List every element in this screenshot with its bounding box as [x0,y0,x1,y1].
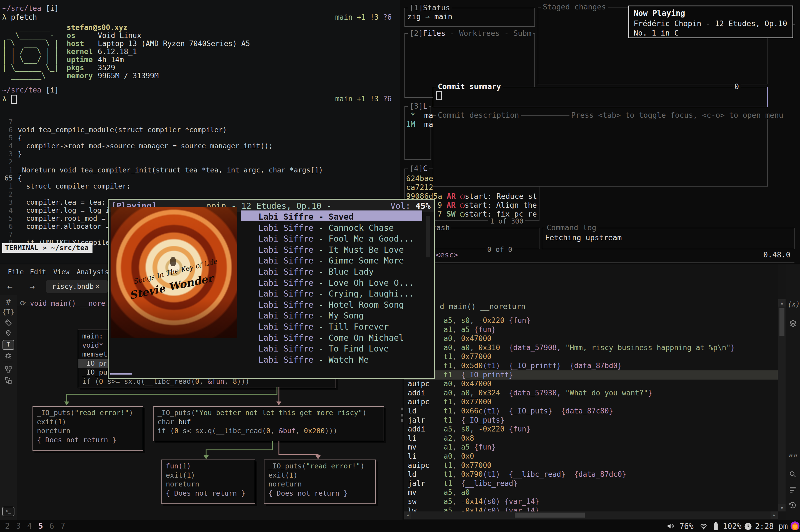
playlist-item[interactable]: Labi Siffre - Saved [258,212,354,223]
workspace-4[interactable]: 4 [27,521,32,531]
player-progress-bar[interactable] [110,373,132,375]
graph-node[interactable]: fun(1)exit(1)noreturn{ Does not return } [161,459,255,504]
tray-app-icon[interactable] [790,521,799,530]
hierarchy-icon[interactable] [0,365,17,375]
playlist-item[interactable]: Labi Siffre - Gimme Some More [258,256,404,266]
tab-close-icon[interactable]: ✕ [95,282,99,290]
scroll-left-icon[interactable]: ◂ [404,511,411,519]
disasm-row[interactable]: swa5, -0x14(s0) {var_14} [404,497,778,506]
music-player-window[interactable]: [Playing] opin - 12 Etudes, Op.10 - Vol:… [108,199,435,379]
types-icon[interactable]: {T} [0,308,17,316]
scroll-right-icon[interactable]: ▸ [770,511,778,519]
playlist-item[interactable]: Labi Siffre - Blue Lady [258,267,374,278]
debugger-bug-icon[interactable] [0,352,17,361]
disasm-row[interactable]: mva1, a5 {fun} [404,442,778,452]
workspace-7[interactable]: 7 [60,521,65,531]
disasm-row[interactable]: lia2, 0x8 [404,434,778,443]
disasm-row[interactable]: lia0, 0x0 [404,452,778,461]
now-playing-notification[interactable]: Now Playing Frédéric Chopin - 12 Etudes,… [628,5,793,38]
workspace-6[interactable]: 6 [50,521,54,531]
horizontal-scrollbar[interactable]: ◂ ▸ [404,511,778,519]
nav-back-icon[interactable]: ← [7,282,13,291]
scrollbar-thumb[interactable] [779,308,784,336]
disasm-row[interactable]: a5, s0, -0x220 {fun} [404,316,778,325]
notification-title: Now Playing [634,8,685,18]
git-commit-summary-input[interactable]: Commit summary 0 [433,87,768,107]
breadcrumb[interactable]: ⟳ void main() __nore [20,299,105,307]
disasm-row[interactable]: auipca0, 0x47000 [404,379,778,388]
commit-row[interactable]: ca7212 [406,183,433,192]
workspace-2[interactable]: 2 [5,521,10,531]
commit-row[interactable]: 9 AR ◯start: Align the [438,201,537,209]
nav-forward-icon[interactable]: → [30,282,35,291]
graph-node[interactable]: _IO_puts("read error!")exit(1)noreturn{ … [264,459,376,504]
history-icon[interactable] [788,501,797,511]
playlist-item[interactable]: Labi Siffre - Crying, Laughi... [258,289,414,299]
location-icon[interactable] [0,329,17,339]
disasm-row[interactable]: a0, a0, 0x310 {data_57908, "Hmm, riscy b… [404,343,778,353]
disasm-row[interactable]: ldt1, 0x790(t1) {__libc_read} {data_87dc… [404,470,778,479]
clock-time: 2:28 pm [755,522,788,531]
playlist-item[interactable]: Labi Siffre - Love Oh Love O... [258,278,414,288]
code-line: 6void tea_compile_module(struct compiler… [0,126,323,134]
disasm-row[interactable]: jalrt1 {__libc_read} [404,479,778,488]
disasm-row[interactable]: auipct1, 0x77000 [404,397,778,406]
playlist-item[interactable]: Labi Siffre - Cannock Chase [258,223,394,233]
variables-icon[interactable]: (x) [788,300,800,308]
vertical-scrollbar[interactable]: ▲ ▼ [778,299,785,511]
tab-riscy-bndb[interactable]: riscy.bndb✕ [46,280,108,293]
playlist-item[interactable]: Labi Siffre - It Must Be Love [258,245,404,255]
workspace-5[interactable]: 5 [38,521,43,531]
player-scrollbar-thumb[interactable] [426,216,430,258]
console-icon[interactable]: >_ [0,507,17,516]
tag-icon[interactable] [0,319,17,328]
search-icon[interactable] [789,470,797,479]
disasm-row[interactable]: t1, 0x77000 [404,352,778,361]
text-view-icon[interactable]: T [0,340,17,350]
disasm-row[interactable]: jalrt1 {_IO_puts} [404,416,778,425]
commit-row[interactable]: 7 SW ◯start: fix pc re [438,210,537,218]
code-line: 1_Noreturn void tea_compiler_init(struct… [0,166,323,174]
stack-layers-icon[interactable] [789,319,797,329]
disasm-row[interactable]: t1, 0x5d0(t1) {_IO_printf} {data_87bd0} [404,361,778,370]
playlist-item[interactable]: Labi Siffre - Till Forever [258,322,389,332]
menu-analysis[interactable]: Analysis [77,268,109,276]
branch-row[interactable]: 1M ma [406,120,433,129]
symbols-icon[interactable]: # [0,297,17,307]
prompt-cursor-line[interactable]: λ [2,94,7,103]
divider [3,362,13,362]
scroll-down-icon[interactable]: ▼ [778,504,785,511]
disasm-row[interactable]: mva5, a0 [404,488,778,497]
disasm-row[interactable]: addia5, s0, -0x220 {fun} [404,424,778,434]
playlist-item[interactable]: Labi Siffre - My Song [258,311,364,321]
graph-node[interactable]: _IO_puts("read error!")exit(1)noreturn{ … [33,406,143,451]
menu-file[interactable]: File [8,268,24,276]
disasm-row[interactable]: t1 {_IO_printf} [404,370,778,380]
disasm-row[interactable]: auipct1, 0x77000 [404,461,778,470]
quotes-icon[interactable]: ”” [788,453,798,464]
scroll-up-icon[interactable]: ▲ [778,299,785,306]
playlist-item[interactable]: Labi Siffre - Come On Michael [258,333,404,343]
log-lines-icon[interactable] [789,486,797,494]
terminal-tab-bar[interactable]: TERMINAL » ~/src/tea [2,243,93,253]
branch-row[interactable]: * ma [406,111,433,120]
git-commit-description-input[interactable]: Commit description Press <tab> to toggle… [433,115,768,187]
disasm-row[interactable]: a0, 0x47000 [404,334,778,343]
playlist-item[interactable]: Labi Siffre - Fool Me a Good... [258,234,414,244]
menu-edit[interactable]: Edit [30,268,46,276]
disasm-row[interactable]: ldt1, 0x66c(t1) {_IO_puts} {data_87c80} [404,406,778,416]
workspace-3[interactable]: 3 [16,521,21,531]
graph-node[interactable]: _IO_puts("You better not let this get mo… [153,406,384,441]
scrollbar-thumb[interactable] [515,513,585,517]
disasm-row[interactable]: addia0, a0, 0x324 {data_57930, "What do … [404,388,778,398]
playlist-item[interactable]: Labi Siffre - To Find Love [258,344,389,354]
menu-view[interactable]: View [53,268,70,276]
commit-row[interactable]: 624bae [406,174,433,183]
battery-icon[interactable] [713,522,719,532]
wifi-icon[interactable] [699,522,708,531]
playlist-item[interactable]: Labi Siffre - Watch Me [258,355,369,365]
disasm-row[interactable]: a1, a5 {fun} [404,325,778,334]
cross-references-icon[interactable] [0,377,17,386]
speaker-icon[interactable] [666,522,675,531]
playlist-item[interactable]: Labi Siffre - Hotel Room Song [258,300,404,310]
